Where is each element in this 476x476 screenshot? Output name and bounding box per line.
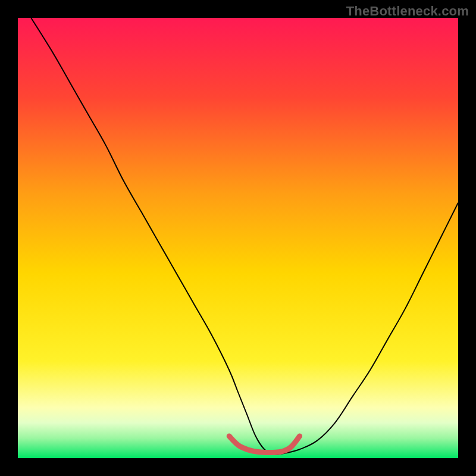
watermark-text: TheBottleneck.com [346,4,469,19]
chart-svg [18,18,458,458]
plot-area [18,18,458,458]
chart-frame: TheBottleneck.com [0,0,476,476]
